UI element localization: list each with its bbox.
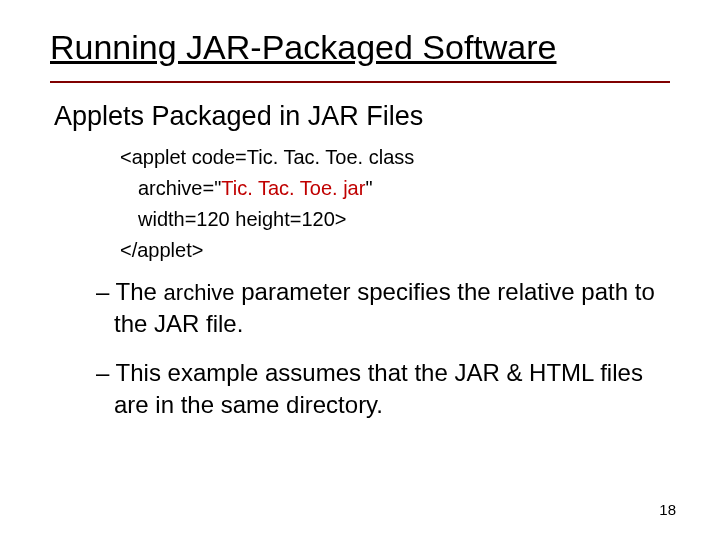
code-line-4: </applet> <box>120 235 670 266</box>
title-rule <box>50 81 670 83</box>
bullet-1: – The archive parameter specifies the re… <box>96 276 670 341</box>
bullet-1-prefix: – The <box>96 278 164 305</box>
code-line-3: width=120 height=120> <box>120 204 670 235</box>
code-line-2-highlight: Tic. Tac. Toe. jar <box>221 177 365 199</box>
code-line-2: archive="Tic. Tac. Toe. jar" <box>120 173 670 204</box>
slide-subtitle: Applets Packaged in JAR Files <box>54 101 670 132</box>
code-block: <applet code=Tic. Tac. Toe. class archiv… <box>120 142 670 266</box>
bullet-1-mono: archive <box>164 280 235 305</box>
page-number: 18 <box>659 501 676 518</box>
slide-title: Running JAR-Packaged Software <box>50 28 670 71</box>
code-line-2-prefix: archive=" <box>138 177 221 199</box>
slide: Running JAR-Packaged Software Applets Pa… <box>0 0 720 540</box>
code-line-1: <applet code=Tic. Tac. Toe. class <box>120 142 670 173</box>
bullet-list: – The archive parameter specifies the re… <box>96 276 670 422</box>
code-line-2-suffix: " <box>365 177 372 199</box>
bullet-2: – This example assumes that the JAR & HT… <box>96 357 670 422</box>
